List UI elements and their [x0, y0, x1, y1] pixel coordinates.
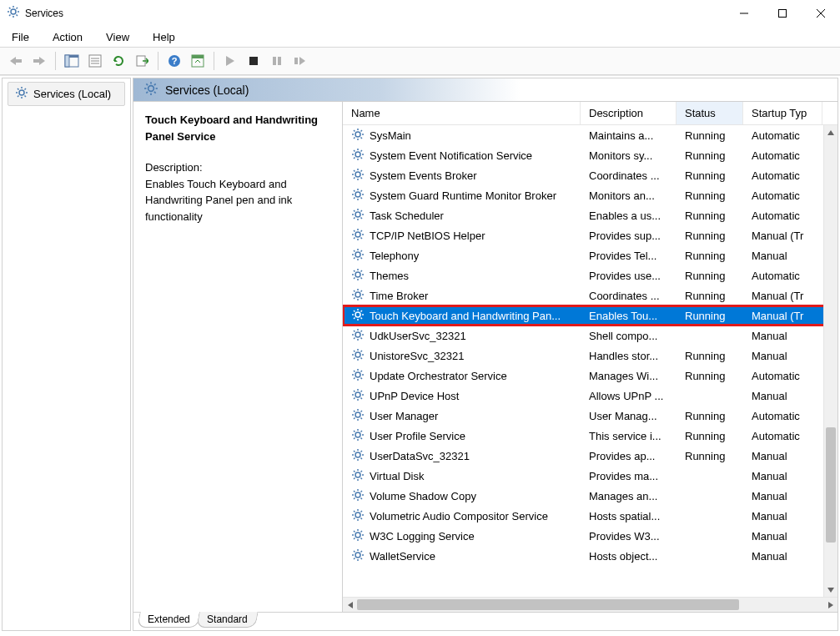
tree-services-local[interactable]: Services (Local)	[8, 82, 125, 106]
column-headers: Name Description Status Startup Typ	[343, 102, 837, 125]
menu-action[interactable]: Action	[49, 29, 86, 45]
service-desc: Coordinates ...	[581, 169, 677, 182]
svg-rect-29	[137, 56, 145, 66]
gear-icon	[351, 508, 365, 524]
gear-icon	[351, 328, 365, 344]
stop-icon[interactable]	[243, 50, 264, 72]
gear-icon	[351, 368, 365, 384]
service-row[interactable]: Volumetric Audio Compositor ServiceHosts…	[343, 506, 837, 526]
service-status: Running	[677, 370, 743, 382]
col-header-description[interactable]: Description	[581, 102, 677, 124]
export-icon[interactable]	[131, 50, 153, 72]
help-icon[interactable]: ?	[163, 50, 185, 72]
service-status: Running	[677, 129, 743, 142]
service-row[interactable]: UserDataSvc_32321Provides ap...RunningMa…	[343, 446, 837, 466]
service-name: UserDataSvc_32321	[370, 450, 470, 462]
service-row[interactable]: System Events BrokerCoordinates ...Runni…	[343, 165, 837, 185]
minimize-button[interactable]	[725, 0, 763, 27]
hscroll-thumb[interactable]	[357, 599, 739, 610]
service-row[interactable]: Virtual DiskProvides ma...Manual	[343, 466, 837, 486]
service-name: Volumetric Audio Compositor Service	[370, 510, 548, 522]
service-row[interactable]: User ManagerUser Manag...RunningAutomati…	[343, 406, 837, 426]
start-icon	[219, 50, 241, 72]
service-desc: Enables a us...	[581, 209, 677, 222]
service-row[interactable]: W3C Logging ServiceProvides W3...Manual	[343, 526, 837, 546]
scroll-down-icon[interactable]	[824, 583, 837, 597]
service-name: System Event Notification Service	[370, 149, 532, 162]
scroll-right-icon[interactable]	[823, 598, 837, 612]
col-header-name[interactable]: Name	[343, 102, 581, 124]
service-row[interactable]: Update Orchestrator ServiceManages Wi...…	[343, 366, 837, 386]
horizontal-scrollbar[interactable]	[343, 597, 837, 612]
tree-pane: Services (Local)	[2, 78, 131, 631]
service-row[interactable]: SysMainMaintains a...RunningAutomatic	[343, 125, 837, 145]
gear-icon	[351, 268, 365, 284]
service-row[interactable]: TelephonyProvides Tel...RunningManual	[343, 245, 837, 265]
service-startup: Automatic	[743, 410, 822, 422]
service-status: Running	[677, 189, 743, 202]
toolbar: ?	[0, 47, 840, 75]
service-row[interactable]: Task SchedulerEnables a us...RunningAuto…	[343, 205, 837, 225]
gear-icon	[351, 208, 365, 224]
service-row[interactable]: ThemesProvides use...RunningAutomatic	[343, 265, 837, 285]
service-row[interactable]: WalletServiceHosts object...Manual	[343, 546, 837, 566]
service-startup: Manual	[743, 510, 822, 522]
col-header-status[interactable]: Status	[677, 102, 743, 124]
vertical-scrollbar[interactable]	[823, 125, 837, 597]
maximize-button[interactable]	[763, 0, 802, 27]
service-startup: Manual	[743, 330, 822, 342]
services-header-label: Services (Local)	[165, 83, 249, 97]
service-name: UPnP Device Host	[370, 390, 459, 402]
service-row[interactable]: User Profile ServiceThis service i...Run…	[343, 426, 837, 446]
scroll-thumb[interactable]	[826, 427, 836, 543]
service-row[interactable]: UnistoreSvc_32321Handles stor...RunningM…	[343, 346, 837, 366]
scroll-up-icon[interactable]	[824, 125, 837, 139]
service-name: Update Orchestrator Service	[370, 370, 507, 382]
service-row[interactable]: Touch Keyboard and Handwriting Pan...Ena…	[343, 305, 837, 326]
menu-help[interactable]: Help	[149, 29, 179, 45]
selected-service-title: Touch Keyboard and Handwriting Panel Ser…	[145, 112, 330, 144]
svg-rect-20	[15, 59, 22, 63]
menu-file[interactable]: File	[8, 29, 33, 45]
menu-bar: File Action View Help	[0, 27, 840, 47]
service-desc: Provides sup...	[581, 230, 677, 242]
service-name: UdkUserSvc_32321	[370, 330, 466, 342]
scroll-track[interactable]	[824, 139, 837, 583]
service-status: Running	[677, 310, 743, 322]
service-row[interactable]: TCP/IP NetBIOS HelperProvides sup...Runn…	[343, 225, 837, 245]
service-startup: Manual	[743, 490, 822, 502]
service-name: System Events Broker	[370, 169, 477, 182]
gear-icon	[351, 308, 365, 324]
service-row[interactable]: Time BrokerCoordinates ...RunningManual …	[343, 285, 837, 305]
action-center-icon[interactable]	[187, 50, 209, 72]
svg-rect-24	[65, 55, 69, 67]
svg-rect-35	[273, 57, 276, 65]
properties-icon[interactable]	[84, 50, 106, 72]
refresh-icon[interactable]	[108, 50, 129, 72]
back-icon	[5, 50, 27, 72]
service-status: Running	[677, 430, 743, 442]
svg-rect-25	[89, 55, 101, 67]
scroll-left-icon[interactable]	[343, 598, 357, 612]
service-row[interactable]: UPnP Device HostAllows UPnP ...Manual	[343, 386, 837, 406]
service-row[interactable]: UdkUserSvc_32321Shell compo...Manual	[343, 326, 837, 346]
service-name: User Manager	[370, 410, 438, 422]
service-row[interactable]: System Event Notification ServiceMonitor…	[343, 145, 837, 165]
detail-pane: Touch Keyboard and Handwriting Panel Ser…	[133, 102, 342, 612]
service-status: Running	[677, 450, 743, 462]
service-startup: Manual	[743, 450, 822, 462]
show-hide-tree-icon[interactable]	[61, 50, 83, 72]
svg-rect-19	[779, 10, 787, 18]
tab-extended[interactable]: Extended	[137, 612, 200, 628]
service-startup: Automatic	[743, 129, 822, 142]
menu-view[interactable]: View	[103, 29, 133, 45]
tab-standard[interactable]: Standard	[196, 612, 258, 628]
svg-rect-37	[294, 58, 298, 64]
service-startup: Manual	[743, 250, 822, 262]
service-row[interactable]: System Guard Runtime Monitor BrokerMonit…	[343, 185, 837, 205]
service-desc: Monitors sy...	[581, 149, 677, 162]
service-name: TCP/IP NetBIOS Helper	[370, 230, 485, 242]
col-header-startup[interactable]: Startup Typ	[743, 102, 822, 124]
service-row[interactable]: Volume Shadow CopyManages an...Manual	[343, 486, 837, 506]
close-button[interactable]	[802, 0, 840, 27]
